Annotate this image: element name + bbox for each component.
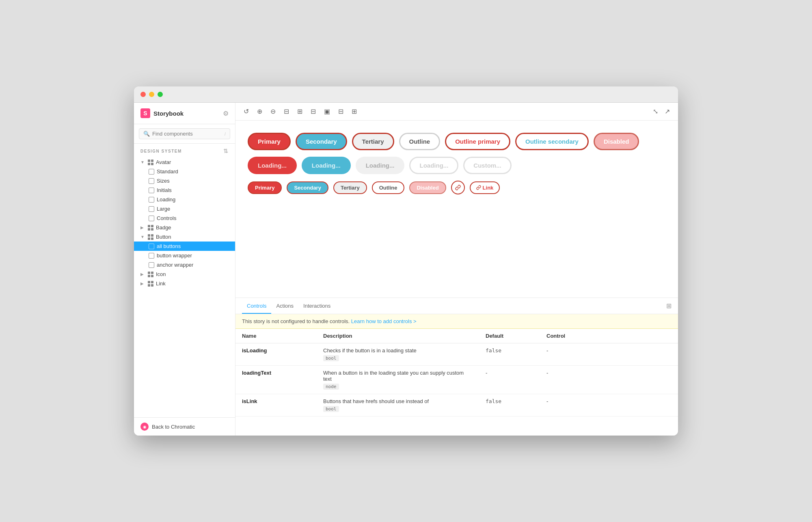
table-row: isLoading Checks if the button is in a l… bbox=[235, 343, 678, 366]
back-to-chromatic-button[interactable]: ◉ Back to Chromatic bbox=[140, 423, 229, 431]
sidebar-item-sizes[interactable]: Sizes bbox=[134, 176, 235, 186]
loading-custom-button[interactable]: Custom... bbox=[463, 157, 511, 174]
loading-tertiary-button[interactable]: Loading... bbox=[356, 157, 405, 174]
viewport-icon[interactable]: ⊟ bbox=[337, 106, 345, 117]
chevron-right-icon: ▶ bbox=[140, 281, 145, 286]
col-control: Control bbox=[540, 329, 678, 343]
sidebar-item-initials[interactable]: Initials bbox=[134, 186, 235, 195]
panel-settings-icon[interactable]: ⊞ bbox=[666, 302, 672, 310]
close-button[interactable] bbox=[140, 92, 146, 97]
sidebar-item-controls[interactable]: Controls bbox=[134, 214, 235, 223]
row-default: false bbox=[479, 394, 540, 416]
open-new-tab-button[interactable]: ↗ bbox=[663, 106, 672, 117]
small-secondary-button[interactable]: Secondary bbox=[287, 181, 328, 194]
primary-button[interactable]: Primary bbox=[248, 133, 291, 150]
tab-controls[interactable]: Controls bbox=[242, 299, 271, 314]
sidebar-item-all-buttons[interactable]: all buttons bbox=[134, 242, 235, 251]
sidebar-item-label: all buttons bbox=[157, 243, 181, 249]
info-link[interactable]: Learn how to add controls > bbox=[351, 318, 417, 324]
row-control: - bbox=[540, 343, 678, 366]
sidebar-bottom: ◉ Back to Chromatic bbox=[134, 417, 235, 436]
panel-tabs: Controls Actions Interactions ⊞ bbox=[235, 298, 678, 314]
minimize-button[interactable] bbox=[149, 92, 154, 97]
chevron-down-icon: ▼ bbox=[140, 160, 145, 164]
sidebar-item-label: Badge bbox=[156, 224, 171, 231]
story-icon bbox=[149, 178, 154, 184]
search-shortcut: / bbox=[225, 132, 226, 136]
icon-only-button[interactable] bbox=[451, 181, 465, 194]
story-icon bbox=[149, 188, 154, 193]
sidebar-item-large[interactable]: Large bbox=[134, 204, 235, 214]
background-icon[interactable]: ▣ bbox=[322, 106, 332, 117]
measure-icon[interactable]: ⊞ bbox=[350, 106, 358, 117]
tertiary-button[interactable]: Tertiary bbox=[352, 133, 394, 150]
collapse-icon[interactable]: ⇅ bbox=[223, 148, 229, 154]
button-row-1: Primary Secondary Tertiary Outline Outli… bbox=[248, 133, 666, 150]
app-body: S Storybook ⚙ 🔍 / DESIGN SYSTEM ⇅ bbox=[134, 103, 678, 436]
col-description: Description bbox=[317, 329, 479, 343]
small-tertiary-button[interactable]: Tertiary bbox=[333, 181, 367, 194]
search-bar: 🔍 / bbox=[134, 124, 235, 144]
sidebar-item-link[interactable]: ▶ Link bbox=[134, 279, 235, 288]
sidebar-item-label: Loading bbox=[157, 196, 175, 203]
zoom-in-button[interactable]: ⊕ bbox=[255, 106, 264, 117]
toolbar: ↺ ⊕ ⊖ ⊟ ⊞ ⊟ ▣ ⊟ ⊞ ⤡ ↗ bbox=[235, 103, 678, 121]
sidebar-item-badge[interactable]: ▶ Badge bbox=[134, 223, 235, 232]
tab-interactions[interactable]: Interactions bbox=[298, 299, 335, 314]
sidebar-item-label: Controls bbox=[157, 215, 176, 221]
small-disabled-button: Disabled bbox=[409, 181, 446, 194]
back-to-chromatic-label: Back to Chromatic bbox=[152, 424, 195, 430]
fullscreen-button[interactable]: ⤡ bbox=[651, 106, 660, 117]
table-row: isLink Buttons that have hrefs should us… bbox=[235, 394, 678, 416]
small-primary-button[interactable]: Primary bbox=[248, 181, 282, 194]
group-icon bbox=[148, 225, 153, 231]
zoom-reset-button[interactable]: ⊟ bbox=[282, 106, 291, 117]
sidebar-item-standard[interactable]: Standard bbox=[134, 167, 235, 176]
sidebar-item-icon[interactable]: ▶ Icon bbox=[134, 270, 235, 279]
story-icon bbox=[149, 169, 154, 175]
outline-primary-button[interactable]: Outline primary bbox=[445, 133, 510, 150]
sidebar-item-avatar[interactable]: ▼ Avatar bbox=[134, 157, 235, 167]
sync-icon[interactable]: ↺ bbox=[242, 106, 251, 117]
group-icon bbox=[148, 281, 153, 287]
toolbar-left: ↺ ⊕ ⊖ ⊟ ⊞ ⊟ ▣ ⊟ ⊞ bbox=[242, 106, 358, 117]
chevron-right-icon: ▶ bbox=[140, 225, 145, 230]
row-description: When a button is in the loading state yo… bbox=[317, 366, 479, 394]
link-button[interactable]: Link bbox=[470, 181, 500, 194]
chevron-right-icon: ▶ bbox=[140, 272, 145, 276]
info-banner: This story is not configured to handle c… bbox=[235, 314, 678, 329]
loading-secondary-button[interactable]: Loading... bbox=[302, 157, 351, 174]
sidebar-item-label: Standard bbox=[157, 168, 178, 175]
grid-icon[interactable]: ⊟ bbox=[309, 106, 317, 117]
small-outline-button[interactable]: Outline bbox=[372, 181, 405, 194]
story-icon bbox=[149, 216, 154, 221]
sidebar-item-button-wrapper[interactable]: button wrapper bbox=[134, 251, 235, 260]
outline-secondary-button[interactable]: Outline secondary bbox=[515, 133, 589, 150]
sidebar-item-label: Sizes bbox=[157, 178, 170, 184]
loading-primary-button[interactable]: Loading... bbox=[248, 157, 297, 174]
button-row-2: Loading... Loading... Loading... Loading… bbox=[248, 157, 666, 174]
sidebar-item-label: Link bbox=[156, 280, 166, 287]
zoom-out-button[interactable]: ⊖ bbox=[269, 106, 277, 117]
sidebar-item-label: Large bbox=[157, 206, 170, 212]
outline-button[interactable]: Outline bbox=[399, 133, 441, 150]
gear-icon[interactable]: ⚙ bbox=[223, 110, 229, 117]
sidebar-item-loading[interactable]: Loading bbox=[134, 195, 235, 204]
table-row: loadingText When a button is in the load… bbox=[235, 366, 678, 394]
search-input-wrapper[interactable]: 🔍 / bbox=[139, 128, 230, 139]
sidebar-item-button-group[interactable]: ▼ Button bbox=[134, 232, 235, 242]
search-input[interactable] bbox=[152, 131, 222, 137]
sidebar-item-label: Button bbox=[156, 234, 171, 240]
story-icon bbox=[149, 206, 154, 212]
sidebar-item-anchor-wrapper[interactable]: anchor wrapper bbox=[134, 260, 235, 270]
group-icon bbox=[148, 272, 153, 277]
story-icon bbox=[149, 262, 154, 268]
image-icon[interactable]: ⊞ bbox=[296, 106, 304, 117]
maximize-button[interactable] bbox=[158, 92, 163, 97]
tab-actions[interactable]: Actions bbox=[271, 299, 298, 314]
secondary-button[interactable]: Secondary bbox=[296, 133, 347, 150]
loading-outline-button[interactable]: Loading... bbox=[409, 157, 458, 174]
story-icon bbox=[149, 197, 154, 203]
app-name: Storybook bbox=[153, 110, 184, 117]
sidebar-item-label: Icon bbox=[156, 271, 166, 277]
